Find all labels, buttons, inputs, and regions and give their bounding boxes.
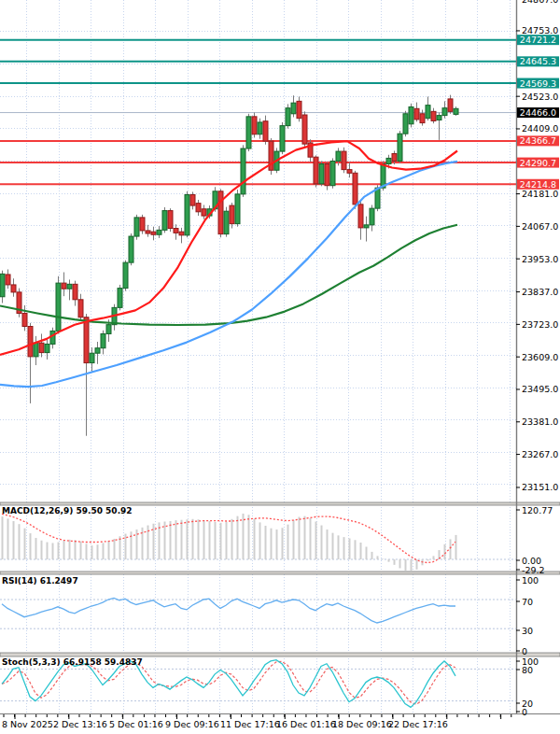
candle-up — [45, 344, 49, 352]
resistance-price-badge-text: 24645.3 — [520, 56, 556, 66]
stoch-indicator-label: Stoch(5,3,3) 66.9158 59.4837 — [2, 657, 143, 667]
y-axis-label: 24523.0 — [522, 92, 558, 102]
rsi-axis-label: 100 — [522, 575, 539, 586]
support-price-badge[interactable]: 24290.7 — [517, 158, 559, 168]
candle-up — [129, 236, 133, 262]
chart-canvas[interactable]: 24867.024753.024523.024409.024181.024067… — [0, 0, 560, 734]
support-price-badge[interactable]: 24214.8 — [517, 179, 559, 190]
macd-axis-label: 120.77 — [522, 505, 553, 515]
candle-up — [123, 262, 128, 288]
candle-down — [325, 164, 329, 186]
candle-down — [353, 173, 357, 205]
candle-up — [454, 108, 458, 114]
candle-down — [263, 121, 268, 141]
support-price-badge[interactable]: 24366.7 — [517, 135, 559, 146]
candle-down — [202, 209, 206, 216]
panel-separator[interactable] — [0, 502, 560, 505]
candle-up — [364, 225, 369, 228]
candle-down — [420, 114, 425, 123]
candle-down — [168, 211, 173, 229]
candle-down — [431, 111, 436, 120]
support-price-badge-text: 24290.7 — [520, 158, 556, 168]
y-axis-label: 23495.0 — [522, 384, 558, 394]
candle-down — [414, 108, 419, 120]
resistance-price-badge[interactable]: 24645.3 — [517, 56, 559, 66]
time-axis-label: 5 Dec 01:16 — [109, 719, 163, 729]
candle-up — [162, 211, 167, 231]
candle-down — [140, 218, 145, 231]
candle-down — [146, 231, 150, 233]
current-price-badge-text: 24466.0 — [520, 107, 556, 118]
candle-down — [78, 300, 83, 318]
candle-down — [73, 284, 77, 299]
candle-up — [409, 106, 413, 123]
candle-down — [347, 170, 352, 174]
resistance-price-badge[interactable]: 24721.2 — [517, 35, 559, 45]
candle-up — [280, 126, 285, 151]
candle-up — [437, 116, 441, 120]
candle-up — [386, 158, 391, 163]
candle-up — [134, 218, 139, 236]
y-axis-label: 23151.0 — [522, 482, 558, 492]
candle-up — [381, 164, 385, 189]
candle-up — [67, 284, 72, 289]
candle-up — [336, 151, 341, 161]
candle-up — [442, 108, 447, 116]
candle-up — [34, 343, 38, 357]
time-axis-label: 22 Dec 17:16 — [388, 719, 448, 729]
candle-up — [286, 108, 290, 126]
macd-indicator-label: MACD(12,26,9) 59.50 50.92 — [2, 506, 133, 515]
y-axis-label: 24067.0 — [522, 221, 558, 232]
rsi-indicator-label: RSI(14) 61.2497 — [2, 576, 78, 586]
candle-down — [230, 205, 234, 224]
y-axis-label: 23723.0 — [522, 319, 558, 330]
candle-up — [106, 325, 111, 334]
candle-up — [426, 106, 430, 119]
support-price-badge-text: 24366.7 — [520, 135, 556, 146]
candle-down — [302, 115, 307, 144]
candle-up — [246, 117, 251, 148]
candle-down — [190, 194, 195, 205]
candle-down — [342, 151, 346, 170]
time-axis-label: 16 Dec 01:16 — [276, 719, 336, 729]
candle-up — [118, 289, 122, 308]
y-axis-label: 23381.0 — [522, 416, 558, 427]
panel-separator[interactable] — [0, 572, 560, 574]
time-axis-label: 8 Nov 2025 — [2, 719, 53, 729]
time-axis-label: 2 Dec 13:16 — [53, 719, 107, 729]
candle-down — [196, 204, 201, 212]
candle-down — [448, 99, 453, 111]
candle-up — [241, 148, 245, 194]
candle-up — [157, 230, 161, 234]
candle-up — [95, 348, 100, 353]
trading-chart-window: 24867.024753.024523.024409.024181.024067… — [0, 0, 560, 734]
candle-down — [252, 117, 257, 134]
candle-up — [56, 283, 61, 331]
panel-separator[interactable] — [0, 653, 560, 656]
candle-up — [258, 122, 262, 134]
stoch-axis-label: 0 — [522, 707, 527, 717]
macd-axis-label: -29.2 — [522, 565, 545, 575]
candle-up — [403, 114, 408, 134]
y-axis-label: 24409.0 — [522, 123, 558, 134]
candle-down — [39, 343, 44, 352]
candle-down — [62, 283, 66, 289]
candle-down — [22, 313, 27, 326]
resistance-price-badge[interactable]: 24569.3 — [517, 78, 559, 89]
candle-down — [358, 205, 363, 228]
candle-up — [375, 188, 380, 208]
candle-down — [6, 275, 10, 285]
candle-up — [291, 103, 296, 114]
candle-up — [235, 194, 240, 224]
y-axis-label: 23267.0 — [522, 449, 558, 459]
time-axis-label: 9 Dec 09:16 — [165, 719, 219, 729]
candle-down — [314, 157, 318, 184]
y-axis-label: 23837.0 — [522, 287, 558, 297]
candle-up — [330, 161, 335, 185]
candle-up — [101, 333, 105, 347]
time-axis-labels: 8 Nov 20252 Dec 13:165 Dec 01:169 Dec 09… — [2, 719, 448, 729]
rsi-axis-label: 0 — [522, 646, 527, 656]
candle-up — [319, 164, 324, 184]
rsi-axis-label: 70 — [522, 597, 533, 607]
candle-down — [11, 285, 16, 292]
